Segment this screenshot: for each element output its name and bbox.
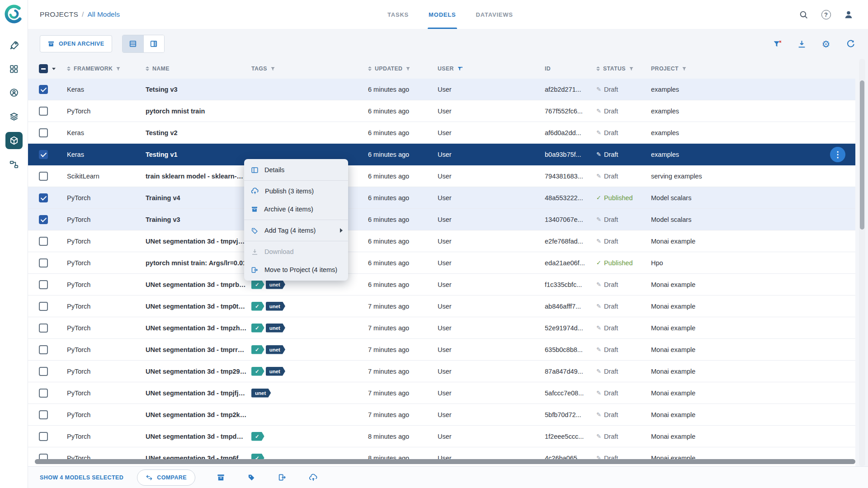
column-header-status[interactable]: STATUS — [596, 66, 651, 72]
tab-tasks[interactable]: TASKS — [387, 0, 410, 29]
model-name[interactable]: Training v3 — [146, 209, 251, 230]
select-dropdown-caret[interactable] — [52, 68, 56, 70]
row-menu-button[interactable]: ⋮ — [830, 147, 845, 162]
column-header-tags[interactable]: TAGS — [251, 66, 368, 72]
publish-selected-button[interactable] — [307, 472, 319, 483]
row-checkbox[interactable] — [39, 172, 48, 181]
row-checkbox[interactable] — [39, 280, 48, 289]
column-header-project[interactable]: PROJECT — [651, 66, 855, 72]
table-view-button[interactable] — [123, 35, 143, 52]
model-name[interactable]: Testing v2 — [146, 122, 251, 144]
table-row[interactable]: PyTorch UNet segmentation 3d - tmpzh0...… — [28, 317, 855, 339]
search-button[interactable] — [796, 7, 811, 22]
sidebar-item-models[interactable] — [5, 132, 23, 149]
open-archive-button[interactable]: OPEN ARCHIVE — [40, 35, 112, 52]
filter-icon[interactable] — [406, 66, 410, 71]
row-checkbox[interactable] — [39, 215, 48, 224]
model-name[interactable]: UNet segmentation 3d - tmprrae... — [146, 339, 251, 361]
sort-icon[interactable] — [146, 66, 149, 71]
menu-item-download[interactable]: Download — [244, 243, 348, 261]
table-row[interactable]: PyTorch UNet segmentation 3d - tmprrae..… — [28, 339, 855, 361]
row-checkbox[interactable] — [39, 128, 48, 137]
table-row[interactable]: ScikitLearn train sklearn model - sklear… — [28, 165, 855, 187]
model-name[interactable]: UNet segmentation 3d - tmpvjhyl... — [146, 230, 251, 252]
breadcrumb-projects[interactable]: PROJECTS — [40, 10, 78, 19]
menu-item-archive[interactable]: Archive (4 items) — [244, 200, 348, 218]
row-checkbox[interactable] — [39, 237, 48, 246]
table-row[interactable]: PyTorch UNet segmentation 3d - tmpvjhyl.… — [28, 230, 855, 252]
row-checkbox[interactable] — [39, 432, 48, 441]
table-row[interactable]: PyTorch UNet segmentation 3d - tmp2kr0..… — [28, 404, 855, 426]
model-name[interactable]: UNet segmentation 3d - tmp2kr0... — [146, 404, 251, 426]
column-header-updated[interactable]: UPDATED — [368, 66, 438, 72]
sort-icon[interactable] — [596, 66, 600, 71]
archive-selected-button[interactable] — [215, 472, 227, 483]
row-checkbox[interactable] — [39, 389, 48, 398]
row-checkbox[interactable] — [39, 410, 48, 419]
sidebar-item-dashboard[interactable] — [5, 60, 23, 77]
row-checkbox[interactable] — [39, 367, 48, 376]
filter-active-icon[interactable] — [457, 66, 463, 72]
row-checkbox[interactable] — [39, 324, 48, 333]
model-name[interactable]: pytorch mnist train — [146, 100, 251, 122]
row-checkbox[interactable] — [39, 107, 48, 116]
sidebar-item-workers[interactable] — [5, 84, 23, 101]
sidebar-item-datasets[interactable] — [5, 108, 23, 125]
download-table-button[interactable] — [796, 38, 807, 50]
row-checkbox[interactable] — [39, 150, 48, 159]
model-name[interactable]: train sklearn model - sklearn-mo... — [146, 165, 251, 187]
user-menu-button[interactable] — [841, 7, 856, 22]
table-row[interactable]: PyTorch pytorch mnist train 6 minutes ag… — [28, 100, 855, 122]
column-header-user[interactable]: USER — [438, 66, 545, 72]
tab-dataviews[interactable]: DATAVIEWS — [475, 0, 514, 29]
column-header-name[interactable]: NAME — [146, 66, 251, 72]
sort-icon[interactable] — [368, 66, 372, 71]
row-checkbox[interactable] — [39, 85, 48, 94]
menu-item-publish[interactable]: Publish (3 items) — [244, 182, 348, 200]
model-name[interactable]: Testing v1 — [146, 144, 251, 165]
row-checkbox[interactable] — [39, 302, 48, 311]
row-checkbox[interactable] — [39, 258, 48, 267]
filter-icon[interactable] — [270, 66, 275, 71]
table-row[interactable]: Keras Tetsing v3 6 minutes ago User af2b… — [28, 79, 855, 100]
filter-icon[interactable] — [682, 66, 687, 71]
model-name[interactable]: UNet segmentation 3d - tmp29rf... — [146, 361, 251, 382]
split-view-button[interactable] — [143, 35, 164, 52]
column-header-id[interactable]: ID — [545, 66, 596, 72]
table-row[interactable]: Keras Testing v2 6 minutes ago User af6d… — [28, 122, 855, 144]
table-settings-button[interactable]: ⚙ — [820, 38, 832, 50]
table-row[interactable]: PyTorch pytorch mnist train: Args/lr=0.0… — [28, 252, 855, 274]
sidebar-item-pipelines[interactable] — [5, 156, 23, 173]
model-name[interactable]: UNet segmentation 3d - tmpzh0... — [146, 317, 251, 339]
model-name[interactable]: UNet segmentation 3d - tmpdm4... — [146, 426, 251, 447]
sort-icon[interactable] — [67, 66, 71, 71]
menu-item-details[interactable]: Details — [244, 161, 348, 179]
compare-button[interactable]: COMPARE — [137, 469, 195, 486]
filter-icon[interactable] — [116, 66, 121, 71]
select-all-checkbox[interactable] — [39, 64, 48, 73]
help-button[interactable]: ? — [818, 7, 834, 22]
menu-item-move-to-project[interactable]: Move to Project (4 items) — [244, 261, 348, 279]
clear-filters-button[interactable] — [771, 38, 783, 50]
table-row[interactable]: PyTorch UNet segmentation 3d - tmp29rf..… — [28, 361, 855, 382]
table-row[interactable]: PyTorch UNet segmentation 3d - tmprb9d..… — [28, 274, 855, 296]
sidebar-item-home[interactable] — [5, 36, 23, 53]
model-name[interactable]: UNet segmentation 3d - tmp0tu... — [146, 296, 251, 317]
refresh-button[interactable] — [844, 38, 856, 50]
table-row[interactable]: PyTorch UNet segmentation 3d - tmpdm4...… — [28, 426, 855, 447]
move-to-project-selected-button[interactable] — [277, 472, 288, 483]
filter-icon[interactable] — [629, 66, 634, 71]
row-checkbox[interactable] — [39, 345, 48, 354]
model-name[interactable]: Tetsing v3 — [146, 79, 251, 100]
model-name[interactable]: Training v4 — [146, 187, 251, 209]
clearml-logo[interactable] — [4, 4, 24, 24]
table-row[interactable]: Keras Testing v1 6 minutes ago User b0a9… — [28, 144, 855, 165]
menu-item-add-tag[interactable]: Add Tag (4 items) — [244, 221, 348, 239]
row-checkbox[interactable] — [39, 193, 48, 202]
column-header-framework[interactable]: FRAMEWORK — [67, 66, 146, 72]
vertical-scrollbar-thumb[interactable] — [860, 80, 864, 230]
model-name[interactable]: UNet segmentation 3d - tmprb9d... — [146, 274, 251, 296]
model-name[interactable]: UNet segmentation 3d - tmpjfjpv... — [146, 382, 251, 404]
table-row[interactable]: PyTorch UNet segmentation 3d - tmpjfjpv.… — [28, 382, 855, 404]
table-row[interactable]: PyTorch Training v4 6 minutes ago User 4… — [28, 187, 855, 209]
